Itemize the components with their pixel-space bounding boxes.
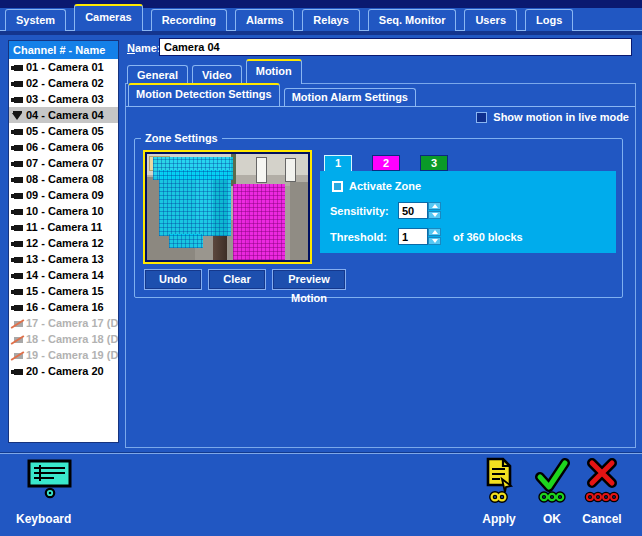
motion-zone-2-overlay [233,184,285,260]
channel-label: 12 - Camera 12 [26,237,104,249]
channel-row[interactable]: 18 - Camera 18 (D... [9,331,118,347]
channel-row[interactable]: 09 - Camera 09 [9,187,118,203]
tab-recording[interactable]: Recording [151,9,227,31]
tab-video[interactable]: Video [192,65,242,84]
tab-logs[interactable]: Logs [525,9,573,31]
threshold-spinner[interactable] [428,228,441,245]
zone-2-button[interactable]: 2 [372,155,400,171]
tab-alarms[interactable]: Alarms [235,9,294,31]
camera-icon [11,239,24,248]
spin-down-icon[interactable] [428,211,441,219]
threshold-label: Threshold: [330,231,398,243]
channel-row[interactable]: 13 - Camera 13 [9,251,118,267]
tab-system[interactable]: System [5,9,66,31]
keyboard-button[interactable]: Keyboard [16,458,84,526]
spin-down-icon[interactable] [428,237,441,245]
channel-row[interactable]: 14 - Camera 14 [9,267,118,283]
zone-config-panel: Activate Zone Sensitivity: Threshold: of… [320,171,616,253]
channel-row[interactable]: 01 - Camera 01 [9,59,118,75]
tab-motion[interactable]: Motion [246,59,302,84]
channel-label: 13 - Camera 13 [26,253,104,265]
zone-settings-group-label: Zone Settings [141,132,222,145]
ok-checkmark-icon [533,456,571,504]
camera-icon [11,159,24,168]
tab-general[interactable]: General [127,65,188,84]
channel-row[interactable]: 15 - Camera 15 [9,283,118,299]
keyboard-icon [25,458,75,500]
zone-3-button[interactable]: 3 [420,155,448,171]
channel-row[interactable]: 03 - Camera 03 [9,91,118,107]
channel-row[interactable]: 19 - Camera 19 (D... [9,347,118,363]
channel-list: Channel # - Name 01 - Camera 0102 - Came… [8,40,119,443]
activate-zone-checkbox[interactable] [332,181,343,192]
cancel-button[interactable]: Cancel [572,456,632,526]
camera-name-input[interactable] [159,38,632,56]
channel-row[interactable]: 05 - Camera 05 [9,123,118,139]
channel-row[interactable]: 17 - Camera 17 (D... [9,315,118,331]
channel-row[interactable]: 04 - Camera 04 [9,107,118,123]
channel-row[interactable]: 11 - Camera 11 [9,219,118,235]
channel-label: 15 - Camera 15 [26,285,104,297]
tab-relays[interactable]: Relays [302,9,359,31]
show-motion-checkbox[interactable] [476,112,487,123]
channel-label: 06 - Camera 06 [26,141,104,153]
channel-label: 09 - Camera 09 [26,189,104,201]
channel-label: 07 - Camera 07 [26,157,104,169]
channel-list-items: 01 - Camera 0102 - Camera 0203 - Camera … [9,59,118,379]
channel-label: 10 - Camera 10 [26,205,104,217]
channel-row[interactable]: 02 - Camera 02 [9,75,118,91]
camera-icon [11,127,24,136]
camera-icon [11,79,24,88]
camera-icon [11,191,24,200]
apply-label: Apply [469,512,529,526]
camera-disabled-icon [11,319,24,328]
camera-icon [11,367,24,376]
zone-settings-group: Zone Settings [134,138,623,298]
camera-scene [147,154,308,260]
camera-icon [11,143,24,152]
channel-label: 20 - Camera 20 [26,365,104,377]
subtab-motion-detection-settings[interactable]: Motion Detection Settings [128,83,280,106]
channel-row[interactable]: 10 - Camera 10 [9,203,118,219]
channel-row[interactable]: 07 - Camera 07 [9,155,118,171]
cancel-label: Cancel [572,512,632,526]
sensitivity-input[interactable] [398,202,428,219]
cancel-x-icon [581,456,623,504]
camera-icon [11,111,24,120]
tab-users[interactable]: Users [464,9,517,31]
channel-label: 02 - Camera 02 [26,77,104,89]
channel-row[interactable]: 06 - Camera 06 [9,139,118,155]
name-label: Name: [127,42,161,54]
preview-motion-button[interactable]: Preview Motion [272,269,346,290]
channel-label: 01 - Camera 01 [26,61,104,73]
motion-detection-page: Show motion in live mode Zone Settings [126,106,635,447]
footer-divider [0,452,642,454]
subtab-motion-alarm-settings[interactable]: Motion Alarm Settings [284,88,416,106]
channel-label: 18 - Camera 18 (D... [26,333,118,345]
sensitivity-spinner[interactable] [428,202,441,219]
motion-preview-image[interactable] [143,150,312,264]
camera-icon [11,207,24,216]
channel-label: 05 - Camera 05 [26,125,104,137]
channel-label: 14 - Camera 14 [26,269,104,281]
clear-button[interactable]: Clear [208,269,266,290]
tabstrip-shadow [0,31,642,35]
tab-seq-monitor[interactable]: Seq. Monitor [368,9,457,31]
tab-cameras[interactable]: Cameras [74,4,142,31]
spin-up-icon[interactable] [428,202,441,210]
sensitivity-row: Sensitivity: [330,202,441,219]
zone-1-button[interactable]: 1 [324,155,352,172]
threshold-input[interactable] [398,228,428,245]
threshold-suffix: of 360 blocks [453,231,523,243]
camera-icon [11,223,24,232]
undo-button[interactable]: Undo [144,269,202,290]
channel-row[interactable]: 16 - Camera 16 [9,299,118,315]
show-motion-label: Show motion in live mode [493,111,629,123]
channel-row[interactable]: 20 - Camera 20 [9,363,118,379]
channel-row[interactable]: 12 - Camera 12 [9,235,118,251]
channel-row[interactable]: 08 - Camera 08 [9,171,118,187]
spin-up-icon[interactable] [428,228,441,236]
channel-label: 04 - Camera 04 [26,109,104,121]
channel-list-header: Channel # - Name [9,41,118,59]
apply-button[interactable]: Apply [469,456,529,526]
